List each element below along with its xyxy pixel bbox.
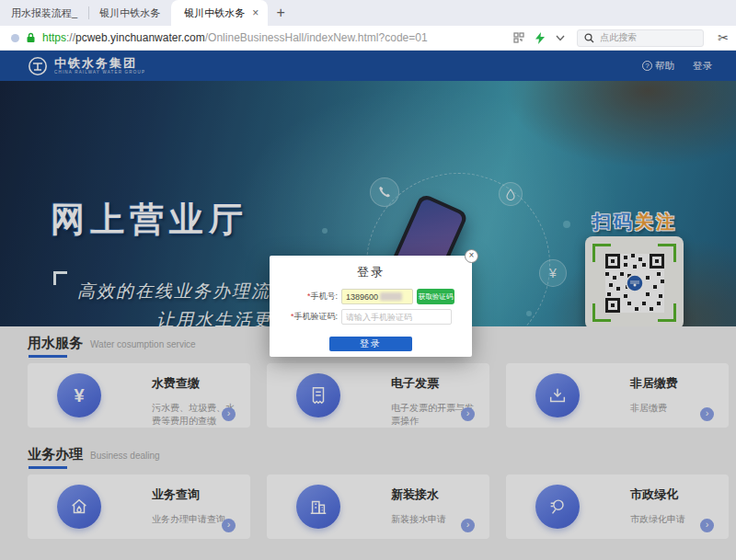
phone-label: *手机号:: [270, 291, 341, 303]
browser-address-bar: https://pcweb.yinchuanwater.com/OnlineBu…: [0, 26, 736, 51]
ssl-lock-icon[interactable]: [26, 32, 36, 43]
tab-yinchuan-water-active[interactable]: 银川中铁水务 ×: [171, 0, 268, 26]
browser-search-input[interactable]: 点此搜索: [577, 29, 704, 47]
new-tab-button[interactable]: +: [268, 0, 293, 26]
url-path: /OnlineBusinessHall/indexNew.html?code=0…: [205, 31, 428, 44]
url-separator: ://: [66, 31, 75, 44]
code-row: *手机验证码:: [270, 309, 472, 325]
tab-yinchuan-water-1[interactable]: 银川中铁水务: [88, 0, 171, 26]
phone-value: 1389600: [346, 292, 378, 302]
search-icon: [584, 33, 594, 43]
modal-close-icon[interactable]: ×: [465, 249, 478, 263]
login-submit-button[interactable]: 登录: [329, 337, 412, 351]
send-code-button[interactable]: 获取验证码: [417, 289, 454, 304]
url-host: pcweb.yinchuanwater.com: [75, 31, 205, 44]
qr-login-icon[interactable]: [513, 32, 524, 43]
phone-row: *手机号: 1389600 获取验证码: [270, 289, 472, 304]
phone-number-blur-mask: [380, 292, 402, 301]
search-placeholder: 点此搜索: [600, 31, 637, 44]
lightning-extension-icon[interactable]: [535, 32, 545, 44]
browser-tab-bar: 用水报装流程_ 银川中铁水务 银川中铁水务 × +: [0, 0, 736, 26]
chevron-down-icon[interactable]: [556, 35, 565, 41]
login-modal-title: 登录: [270, 256, 472, 280]
tab-water-install-flow[interactable]: 用水报装流程_: [0, 0, 88, 26]
verification-code-input[interactable]: [341, 309, 452, 325]
url-scheme: https: [42, 31, 66, 44]
screenshot-scissors-icon[interactable]: ✂: [718, 30, 729, 45]
tab-close-icon[interactable]: ×: [252, 7, 259, 18]
address-bar-actions: [513, 32, 565, 44]
code-label: *手机验证码:: [270, 311, 341, 323]
url-text[interactable]: https://pcweb.yinchuanwater.com/OnlineBu…: [42, 31, 507, 44]
phone-input[interactable]: 1389600: [341, 289, 413, 304]
tab-label: 银川中铁水务: [184, 6, 245, 20]
login-modal: × 登录 *手机号: 1389600 获取验证码 *手机验证码: 登录: [270, 256, 472, 357]
site-info-icon[interactable]: [11, 34, 19, 42]
browser-window: 用水报装流程_ 银川中铁水务 银川中铁水务 × + https://pcweb.…: [0, 0, 736, 560]
